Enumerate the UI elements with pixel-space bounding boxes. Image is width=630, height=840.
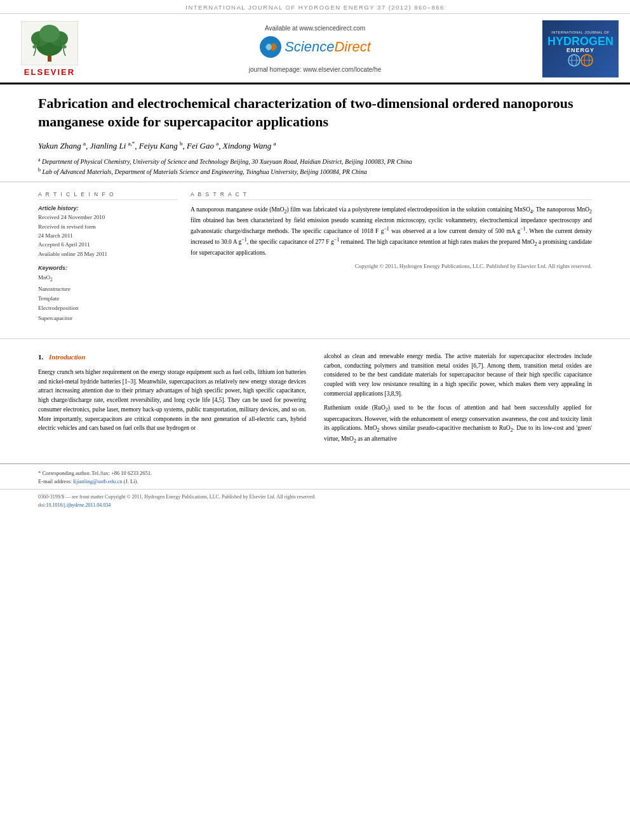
footnotes: * Corresponding author. Tel./fax: +86 10… xyxy=(0,463,630,489)
email-label-text: E-mail address: xyxy=(38,478,73,484)
hydrogen-logo-icon xyxy=(565,53,596,67)
top-logos: ELSEVIER Available at www.sciencedirect.… xyxy=(0,14,630,84)
issn-line: 0360-3199/$ — see front matter Copyright… xyxy=(38,493,592,502)
journal-header-bar: INTERNATIONAL JOURNAL OF HYDROGEN ENERGY… xyxy=(0,0,630,14)
body-content: 1. Introduction Energy crunch sets highe… xyxy=(0,339,630,463)
corresponding-text: * Corresponding author. Tel./fax: +86 10… xyxy=(38,470,152,476)
elsevier-tree-icon xyxy=(21,21,78,65)
online-date: Available online 28 May 2011 xyxy=(38,250,178,258)
abstract-column: A B S T R A C T A nanoporous manganese o… xyxy=(191,191,592,330)
center-logos: Available at www.sciencedirect.com Scien… xyxy=(88,25,542,73)
journal-homepage: journal homepage: www.elsevier.com/locat… xyxy=(249,66,381,73)
elsevier-label: ELSEVIER xyxy=(24,67,75,77)
keyword-3: Template xyxy=(38,294,178,303)
sciencedirect-logo: ScienceDirect xyxy=(259,36,371,58)
intro-para-2: alcohol as clean and renewable energy me… xyxy=(324,352,592,399)
page: INTERNATIONAL JOURNAL OF HYDROGEN ENERGY… xyxy=(0,0,630,840)
article-info-column: A R T I C L E I N F O Article history: R… xyxy=(38,191,178,330)
article-history-block: Article history: Received 24 November 20… xyxy=(38,205,178,258)
email-line: E-mail address: lijianling@ustb.edu.cn (… xyxy=(38,477,592,486)
doi-link[interactable]: 10.1016/j.ijhydene.2011.04.034 xyxy=(46,502,111,508)
corresponding-author: * Corresponding author. Tel./fax: +86 10… xyxy=(38,469,592,478)
authors: Yakun Zhang a, Jianling Li a,*, Feiyu Ka… xyxy=(38,140,592,150)
journal-header-text: INTERNATIONAL JOURNAL OF HYDROGEN ENERGY… xyxy=(185,4,444,11)
footer-bar: 0360-3199/$ — see front matter Copyright… xyxy=(0,489,630,514)
email-link[interactable]: lijianling@ustb.edu.cn xyxy=(73,478,122,484)
doi-line: doi:10.1016/j.ijhydene.2011.04.034 xyxy=(38,502,592,510)
introduction-title: 1. Introduction xyxy=(38,352,306,363)
revised-date: 24 March 2011 xyxy=(38,231,178,240)
revised-label: Received in revised form xyxy=(38,222,178,231)
keyword-4: Electrodeposition xyxy=(38,303,178,313)
keyword-2: Nanostructure xyxy=(38,284,178,294)
abstract-text: A nanoporous manganese oxide (MnO2) film… xyxy=(191,205,592,258)
section-number: 1. xyxy=(38,353,43,361)
keywords-label: Keywords: xyxy=(38,265,178,271)
body-col-left: 1. Introduction Energy crunch sets highe… xyxy=(38,352,306,451)
sciencedirect-icon xyxy=(259,36,282,58)
affiliation-b: b Lab of Advanced Materials, Department … xyxy=(38,166,592,177)
introduction-label: Introduction xyxy=(49,353,85,361)
keywords-block: Keywords: MnO2 Nanostructure Template El… xyxy=(38,265,178,323)
affiliation-a: a Department of Physical Chemistry, Univ… xyxy=(38,156,592,166)
available-text: Available at www.sciencedirect.com xyxy=(265,25,365,32)
keyword-5: Supercapacitor xyxy=(38,314,178,323)
abstract-header: A B S T R A C T xyxy=(191,191,592,200)
intro-para-1: Energy crunch sets higher requirement on… xyxy=(38,368,306,433)
intro-para-3: Ruthenium oxide (RuO2) used to be the fo… xyxy=(324,403,592,445)
keyword-1: MnO2 xyxy=(38,273,178,284)
received-date: Received 24 November 2010 xyxy=(38,213,178,222)
body-col-right: alcohol as clean and renewable energy me… xyxy=(324,352,592,451)
copyright-text: Copyright © 2011, Hydrogen Energy Public… xyxy=(191,263,592,269)
hydrogen-energy-logo: International Journal of HYDROGEN ENERGY xyxy=(542,20,619,77)
article-info-abstract-section: A R T I C L E I N F O Article history: R… xyxy=(0,182,630,339)
hydrogen-intl-text: International Journal of xyxy=(551,30,610,34)
article-info-header: A R T I C L E I N F O xyxy=(38,191,178,200)
hydrogen-h2-text: HYDROGEN xyxy=(547,36,613,47)
article-title-section: Fabrication and electrochemical characte… xyxy=(0,84,630,182)
svg-point-5 xyxy=(39,25,60,43)
article-title: Fabrication and electrochemical characte… xyxy=(38,95,592,131)
email-suffix: (J. Li). xyxy=(122,478,138,484)
elsevier-logo: ELSEVIER xyxy=(11,21,88,77)
hydrogen-energy-text: ENERGY xyxy=(566,47,594,53)
accepted-date: Accepted 6 April 2011 xyxy=(38,240,178,249)
sciencedirect-text: ScienceDirect xyxy=(285,39,371,55)
article-history-label: Article history: xyxy=(38,205,178,211)
